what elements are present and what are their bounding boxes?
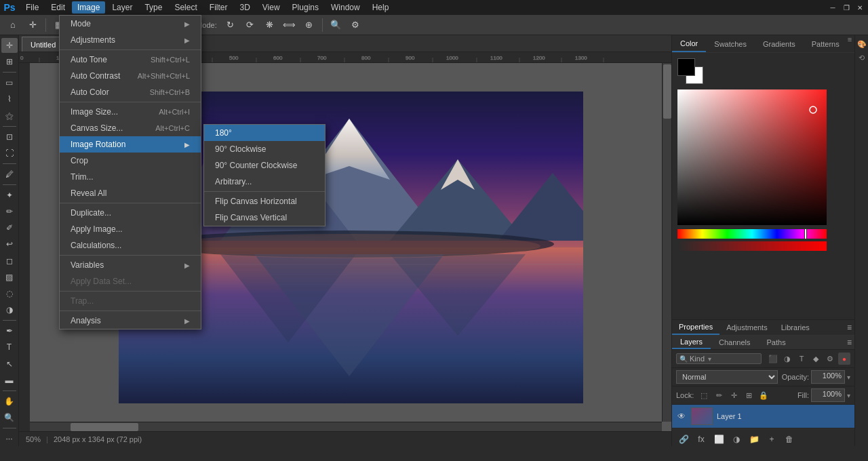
shape-tool[interactable]: ▬ — [1, 373, 18, 388]
menu-view[interactable]: View — [257, 1, 285, 14]
menu-calculations-item[interactable]: Calculations... — [60, 237, 201, 254]
rotation-arbitrary-item[interactable]: Arbitrary... — [204, 174, 325, 190]
filter-pixel-btn[interactable]: ⬛ — [767, 353, 779, 365]
horizontal-scrollbar[interactable] — [30, 422, 662, 431]
minimize-button[interactable]: ─ — [827, 2, 838, 13]
lock-all-btn[interactable]: 🔒 — [757, 389, 770, 401]
group-button[interactable]: 📁 — [747, 432, 762, 446]
menu-image[interactable]: Image — [72, 1, 105, 14]
gradient-tool[interactable]: ▨ — [1, 270, 18, 285]
3d-orbit-button[interactable]: ↻ — [222, 17, 239, 33]
brush-tool[interactable]: ✏ — [1, 204, 18, 219]
fill-chevron[interactable]: ▾ — [847, 392, 850, 399]
rotation-180-item[interactable]: 180° — [204, 125, 325, 141]
menu-trim-item[interactable]: Trim... — [60, 169, 201, 185]
menu-edit[interactable]: Edit — [45, 1, 71, 14]
menu-plugins[interactable]: Plugins — [287, 1, 324, 14]
more-tools-button[interactable]: ··· — [1, 431, 18, 446]
menu-autocontrast-item[interactable]: Auto Contrast Alt+Shift+Ctrl+L — [60, 68, 201, 84]
alpha-slider[interactable] — [677, 241, 827, 251]
home-button[interactable]: ⌂ — [4, 17, 22, 33]
crop-tool[interactable]: ⊡ — [1, 129, 18, 144]
opacity-chevron[interactable]: ▾ — [847, 374, 850, 381]
filter-smartobj-btn[interactable]: ⚙ — [824, 353, 836, 365]
opacity-value[interactable]: 100% — [811, 370, 845, 384]
libraries-tab[interactable]: Libraries — [774, 321, 816, 334]
filter-shape-btn[interactable]: ◆ — [810, 353, 822, 365]
dodge-tool[interactable]: ◑ — [1, 302, 18, 317]
patterns-tab[interactable]: Patterns — [804, 35, 848, 52]
blend-mode-select[interactable]: Normal — [676, 370, 778, 384]
menu-adjustments-item[interactable]: Adjustments ▶ — [60, 32, 201, 48]
hue-slider[interactable] — [677, 229, 827, 239]
color-gradient-picker[interactable] — [677, 89, 827, 225]
history-icon[interactable]: ⟲ — [856, 52, 868, 64]
new-layer-button[interactable]: + — [764, 432, 779, 446]
artboard-tool[interactable]: ⊞ — [1, 54, 18, 69]
history-brush-tool[interactable]: ↩ — [1, 237, 18, 252]
menu-trap-item[interactable]: Trap... — [60, 293, 201, 309]
3d-pan-button[interactable]: ❋ — [261, 17, 279, 33]
delete-layer-button[interactable]: 🗑 — [782, 432, 797, 446]
menu-applyimage-item[interactable]: Apply Image... — [60, 221, 201, 237]
menu-autocolor-item[interactable]: Auto Color Shift+Ctrl+B — [60, 84, 201, 100]
menu-applydataset-item[interactable]: Apply Data Set... — [60, 273, 201, 289]
menu-type[interactable]: Type — [139, 1, 167, 14]
pen-tool[interactable]: ✒ — [1, 323, 18, 338]
fx-button[interactable]: fx — [694, 432, 709, 446]
rotation-flip-v-item[interactable]: Flip Canvas Vertical — [204, 209, 325, 226]
healing-brush-tool[interactable]: ✦ — [1, 188, 18, 203]
path-selection-tool[interactable]: ↖ — [1, 356, 18, 371]
quick-select-tool[interactable]: ⚝ — [1, 108, 18, 123]
menu-file[interactable]: File — [20, 1, 44, 14]
blur-tool[interactable]: ◌ — [1, 286, 18, 301]
adjustments-tab[interactable]: Adjustments — [719, 321, 774, 334]
menu-crop-item[interactable]: Crop — [60, 153, 201, 169]
menu-duplicate-item[interactable]: Duplicate... — [60, 205, 201, 221]
zoom-tool[interactable]: 🔍 — [1, 410, 18, 425]
clone-stamp-tool[interactable]: ✐ — [1, 220, 18, 235]
paths-tab[interactable]: Paths — [759, 336, 794, 348]
add-mask-button[interactable]: ⬜ — [711, 432, 726, 446]
filter-adjustment-btn[interactable]: ◑ — [781, 353, 793, 365]
channels-tab[interactable]: Channels — [711, 336, 758, 348]
hand-tool[interactable]: ✋ — [1, 394, 18, 409]
close-button[interactable]: ✕ — [854, 2, 865, 13]
menu-imagerotation-item[interactable]: Image Rotation ▶ — [60, 136, 201, 153]
color-panel-menu-icon[interactable]: ≡ — [848, 35, 852, 52]
eyedropper-tool[interactable]: 🖉 — [1, 167, 18, 182]
frame-tool[interactable]: ⛶ — [1, 146, 18, 161]
menu-autotone-item[interactable]: Auto Tone Shift+Ctrl+L — [60, 52, 201, 68]
gradients-tab[interactable]: Gradients — [755, 35, 804, 52]
menu-variables-item[interactable]: Variables ▶ — [60, 257, 201, 273]
kind-dropdown-icon[interactable]: ▾ — [708, 355, 711, 363]
menu-filter[interactable]: Filter — [204, 1, 233, 14]
filter-active-btn[interactable]: ● — [838, 353, 850, 365]
color-tab[interactable]: Color — [672, 35, 706, 52]
lock-artboard-btn[interactable]: ⊞ — [743, 389, 755, 401]
lock-position-btn[interactable]: ✛ — [728, 389, 740, 401]
vertical-scrollbar[interactable] — [662, 63, 671, 422]
menu-imagesize-item[interactable]: Image Size... Alt+Ctrl+I — [60, 104, 201, 120]
menu-canvassize-item[interactable]: Canvas Size... Alt+Ctrl+C — [60, 120, 201, 136]
properties-panel-menu[interactable]: ≡ — [847, 323, 852, 332]
lock-paint-btn[interactable]: ✏ — [713, 389, 725, 401]
menu-select[interactable]: Select — [169, 1, 202, 14]
3d-scale-button[interactable]: ⊕ — [300, 17, 318, 33]
layers-panel-menu[interactable]: ≡ — [847, 338, 852, 347]
filter-type-btn[interactable]: T — [795, 353, 808, 365]
eraser-tool[interactable]: ◻ — [1, 254, 18, 268]
menu-revealall-item[interactable]: Reveal All — [60, 185, 201, 201]
menu-3d[interactable]: 3D — [234, 1, 255, 14]
hue-cursor[interactable] — [804, 228, 807, 239]
maximize-button[interactable]: ❐ — [841, 2, 852, 13]
properties-tab[interactable]: Properties — [672, 320, 719, 335]
move-tool-button[interactable]: ✛ — [24, 17, 41, 33]
menu-mode-item[interactable]: Mode ▶ — [60, 16, 201, 32]
fill-value[interactable]: 100% — [811, 388, 845, 402]
vertical-scroll-thumb[interactable] — [663, 64, 671, 119]
add-link-button[interactable]: 🔗 — [676, 432, 691, 446]
layer-visibility-toggle[interactable]: 👁 — [676, 411, 687, 422]
3d-slide-button[interactable]: ⟺ — [281, 17, 298, 33]
swatches-tab[interactable]: Swatches — [706, 35, 755, 52]
